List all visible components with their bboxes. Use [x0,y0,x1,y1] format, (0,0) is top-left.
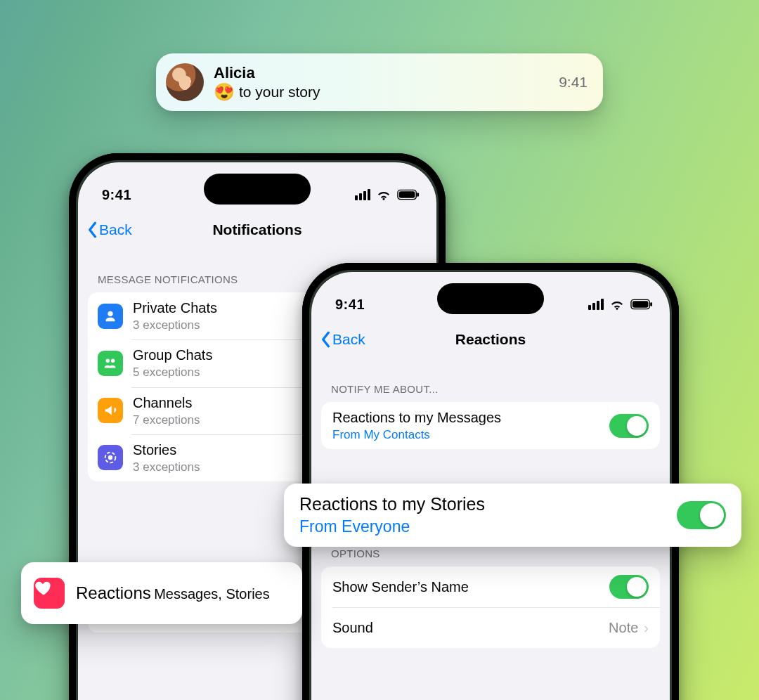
section-header-notify: NOTIFY ME ABOUT... [311,362,670,402]
row-sub: 5 exceptions [133,365,212,380]
svg-rect-7 [650,302,652,306]
nav-bar: Back Notifications [78,212,436,248]
status-icons [355,188,420,201]
wifi-icon [609,298,625,311]
row-sub: 3 exceptions [133,460,200,474]
float-sub: From Everyone [299,517,485,538]
status-clock: 9:41 [335,297,365,313]
row-sub: From My Contacts [332,427,609,442]
phone-right: 9:41 Back Reactions NOTIFY ME ABOUT... R… [302,263,679,700]
row-label: Sound [332,620,609,636]
svg-point-4 [108,455,112,460]
status-icons [588,298,653,311]
back-button[interactable]: Back [78,221,132,238]
banner-message-text: to your story [239,84,320,101]
highlight-reactions-row[interactable]: Reactions Messages, Stories [21,562,302,624]
row-reactions-messages[interactable]: Reactions to my Messages From My Contact… [321,402,660,449]
notify-card: Reactions to my Messages From My Contact… [321,402,660,449]
toggle-reactions-stories[interactable] [677,501,726,529]
push-notification-banner: Alicia 😍 to your story 9:41 [156,53,603,111]
avatar [166,63,204,101]
toggle-reactions-messages[interactable] [609,414,649,438]
banner-message: 😍 to your story [214,84,320,101]
row-label: Channels [133,394,200,412]
heart-icon [34,578,65,609]
chevron-left-icon [86,221,98,238]
back-label: Back [99,221,132,238]
row-show-sender[interactable]: Show Sender’s Name [321,566,660,607]
chevron-right-icon: › [644,620,649,636]
banner-text: Alicia 😍 to your story [214,64,320,101]
back-label: Back [332,331,365,348]
row-value: Note [609,620,638,636]
back-button[interactable]: Back [311,331,365,348]
nav-bar: Back Reactions [311,321,670,358]
battery-icon [630,299,653,310]
float-label: Reactions to my Stories [299,493,485,516]
banner-time: 9:41 [559,74,588,91]
chevron-left-icon [320,331,331,348]
float-sub: Messages, Stories [154,586,270,602]
options-card: Show Sender’s Name Sound Note › [321,566,660,648]
float-label: Reactions [76,583,151,602]
banner-name: Alicia [214,64,320,82]
row-sub: 7 exceptions [133,413,200,427]
row-sub: 3 exceptions [133,318,217,332]
person-icon [98,304,123,329]
highlight-reactions-stories-row[interactable]: Reactions to my Stories From Everyone [284,484,741,547]
row-label: Reactions to my Messages [332,409,609,427]
toggle-show-sender[interactable] [609,575,649,599]
cellular-icon [588,299,604,310]
row-sound[interactable]: Sound Note › [321,607,660,648]
row-label: Show Sender’s Name [332,579,609,595]
svg-rect-2 [417,193,419,197]
group-icon [98,351,123,376]
status-bar: 9:41 [311,272,670,318]
svg-rect-1 [399,191,415,197]
status-clock: 9:41 [102,187,131,203]
row-label: Stories [133,441,200,459]
svg-rect-6 [632,301,649,307]
cellular-icon [355,189,370,200]
heart-eyes-emoji: 😍 [214,84,235,101]
stories-icon [98,445,123,470]
status-bar: 9:41 [78,162,436,209]
megaphone-icon [98,398,123,423]
wifi-icon [376,188,391,201]
battery-icon [397,189,420,200]
row-label: Group Chats [133,346,212,364]
row-label: Private Chats [133,299,217,317]
